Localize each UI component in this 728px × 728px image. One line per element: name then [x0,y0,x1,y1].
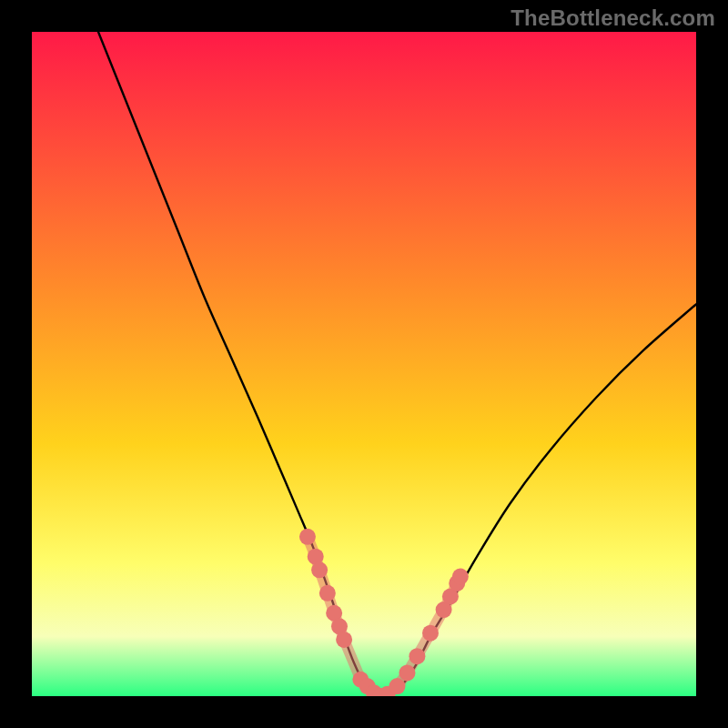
outer-frame: TheBottleneck.com [0,0,728,728]
watermark-text: TheBottleneck.com [511,5,715,31]
highlight-dot [336,632,352,648]
chart-svg [32,32,696,696]
plot-area [32,32,696,696]
highlight-dot [422,625,439,642]
highlight-dot [299,529,316,545]
highlight-dot [319,585,336,602]
gradient-background [32,32,696,696]
highlight-dot [311,561,328,578]
highlight-dot [409,648,425,664]
highlight-dot [389,678,406,694]
highlight-dot [399,664,415,681]
highlight-dot [452,569,469,585]
